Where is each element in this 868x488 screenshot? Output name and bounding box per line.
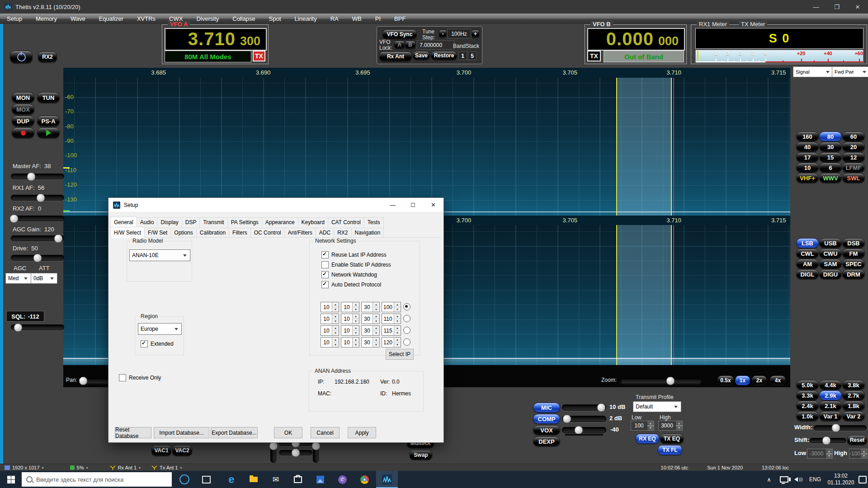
sql-button[interactable]: SQL:-112 (6, 311, 44, 322)
clock[interactable]: 13:02 01.11.2020 (825, 471, 857, 488)
restore-button[interactable]: Restore (431, 51, 457, 60)
menu-collapse[interactable]: Collapse (226, 14, 262, 24)
mode-lsb-button[interactable]: LSB (796, 238, 819, 248)
save-button[interactable]: Save (413, 51, 430, 60)
tab-appearance[interactable]: Appearance (262, 217, 298, 227)
menu-diversity[interactable]: Diversity (189, 14, 226, 24)
vac1-button[interactable]: VAC1 (151, 445, 171, 456)
filter-low-spinner[interactable]: -3000▲▼ (807, 449, 833, 459)
menu-setup[interactable]: Setup (0, 14, 29, 24)
mode-am-button[interactable]: AM (796, 259, 819, 269)
radio-model-select[interactable]: ANAN-10E (129, 249, 190, 261)
rx1-spectrum-pane[interactable]: -60 -70 -80 -90 -100 -110 -120 -130 (63, 78, 790, 216)
filter-2.7k-button[interactable]: 2.7k (842, 390, 865, 400)
extended-checkbox[interactable]: Extended (141, 340, 174, 347)
meter-signal-select[interactable]: Signal (793, 66, 833, 77)
auto-detect-protocol-checkbox[interactable]: Auto Detect Protocol (321, 281, 381, 288)
ps-a-button[interactable]: PS-A (37, 116, 60, 127)
mode-spec-button[interactable]: SPEC (842, 259, 865, 269)
subtab-oc-control[interactable]: OC Control (250, 228, 285, 238)
band-30-button[interactable]: 30 (819, 142, 842, 152)
ip4-octet4-spinner[interactable]: 120▲▼ (382, 337, 401, 347)
rx1-meter-label[interactable]: RX1 Meter (697, 21, 729, 28)
band-15-button[interactable]: 15 (819, 152, 842, 162)
shift-slider[interactable] (810, 438, 846, 443)
ip4-octet2-spinner[interactable]: 10▲▼ (341, 337, 359, 347)
mode-sam-button[interactable]: SAM (819, 259, 842, 269)
rx2-button[interactable]: RX2 (38, 52, 57, 62)
taskbar-search-input[interactable]: Введите здесь текст для поиска (22, 472, 172, 487)
ip3-octet1-spinner[interactable]: 10▲▼ (321, 325, 339, 336)
viber-button[interactable]: ✆ (331, 471, 353, 488)
rx-ant-button[interactable]: Rx Ant (379, 52, 412, 61)
task-view-button[interactable] (195, 471, 217, 488)
filter-3.8k-button[interactable]: 3.8k (842, 380, 865, 390)
band-20-button[interactable]: 20 (842, 142, 865, 152)
transmit-profile-select[interactable]: Default (633, 401, 681, 412)
zoom-0.5x-button[interactable]: 0.5x (717, 375, 734, 385)
filter-var2-button[interactable]: Var 2 (842, 411, 865, 421)
vfo-sync-button[interactable]: VFO Sync (382, 29, 417, 39)
band-60-button[interactable]: 60 (842, 131, 865, 141)
vfo-lock-b-button[interactable]: B (405, 41, 415, 49)
resolution-status[interactable]: 1920 x 1017▾ (5, 465, 44, 470)
ip3-radio[interactable] (403, 327, 410, 334)
mode-usb-button[interactable]: USB (819, 238, 842, 248)
filter-1.8k-button[interactable]: 1.8k (842, 401, 865, 411)
maximize-button[interactable]: ❐ (826, 0, 847, 14)
meter-fwdpwr-select[interactable]: Fwd Pwr (832, 66, 868, 77)
ip3-octet3-spinner[interactable]: 30▲▼ (361, 325, 380, 336)
tab-transmit[interactable]: Transmit (199, 217, 227, 227)
vfo-b-frequency-display[interactable]: 0.000 000 (587, 28, 685, 51)
multirx-gain2-slider[interactable] (279, 450, 312, 455)
shift-reset-button[interactable]: Reset (847, 435, 867, 445)
filter-2.9k-button[interactable]: 2.9k (819, 390, 842, 400)
menu-wave[interactable]: Wave (64, 14, 92, 24)
subtab-navigation[interactable]: Navigation (351, 228, 384, 238)
rx2-filter-passband[interactable] (617, 225, 672, 365)
mox-button[interactable]: MOX (12, 104, 34, 115)
rx-eq-button[interactable]: RX EQ (636, 434, 659, 444)
ip1-octet3-spinner[interactable]: 30▲▼ (361, 302, 380, 312)
ip1-octet2-spinner[interactable]: 10▲▼ (341, 302, 359, 312)
filter-1.0k-button[interactable]: 1.0k (796, 411, 819, 421)
filter-2.1k-button[interactable]: 2.1k (819, 401, 842, 411)
band-wwv-button[interactable]: WWV (819, 173, 842, 183)
tx-eq-button[interactable]: TX EQ (660, 434, 684, 444)
dialog-minimize-button[interactable]: — (382, 198, 403, 212)
vfo-carrier-line[interactable] (673, 225, 674, 365)
sql-slider[interactable] (11, 324, 64, 330)
step-down-button[interactable]: - (439, 30, 447, 38)
swap-button[interactable]: Swap (410, 450, 432, 460)
tab-dsp[interactable]: DSP (182, 217, 200, 227)
master-af-slider[interactable] (11, 174, 64, 179)
tab-general[interactable]: General (110, 216, 137, 227)
width-slider[interactable] (814, 425, 867, 431)
menu-equalizer[interactable]: Equalizer (92, 14, 130, 24)
ip3-octet4-spinner[interactable]: 115▲▼ (382, 325, 401, 336)
reset-database-button[interactable]: Reset Database (115, 427, 151, 438)
band-10-button[interactable]: 10 (796, 163, 819, 173)
tun-button[interactable]: TUN (37, 92, 60, 103)
subtab-fw-set[interactable]: F/W Set (144, 228, 171, 238)
zoom-2x-button[interactable]: 2x (752, 375, 767, 385)
ip4-octet3-spinner[interactable]: 30▲▼ (361, 337, 380, 347)
minimize-button[interactable]: — (806, 0, 826, 14)
menu-wb[interactable]: WB (345, 14, 368, 24)
band-17-button[interactable]: 17 (796, 152, 819, 162)
tray-expand-button[interactable]: ∧ (762, 471, 776, 488)
tx-high-spinner[interactable]: 3000▲▼ (658, 421, 683, 431)
vfo-b-tx-indicator[interactable]: TX (587, 51, 601, 61)
band-40-button[interactable]: 40 (796, 142, 819, 152)
tab-tests[interactable]: Tests (364, 217, 384, 227)
band-80-button[interactable]: 80 (819, 131, 842, 141)
zoom-4x-button[interactable]: 4x (770, 375, 786, 385)
filter-3.3k-button[interactable]: 3.3k (796, 390, 819, 400)
ip3-octet2-spinner[interactable]: 10▲▼ (341, 325, 359, 336)
menu-ra[interactable]: RA (324, 14, 345, 24)
menu-pi[interactable]: PI (368, 14, 387, 24)
subtab-options[interactable]: Options (170, 228, 196, 238)
cortana-button[interactable] (174, 471, 195, 488)
ip2-radio[interactable] (403, 315, 410, 322)
mode-cwl-button[interactable]: CWL (796, 249, 819, 258)
